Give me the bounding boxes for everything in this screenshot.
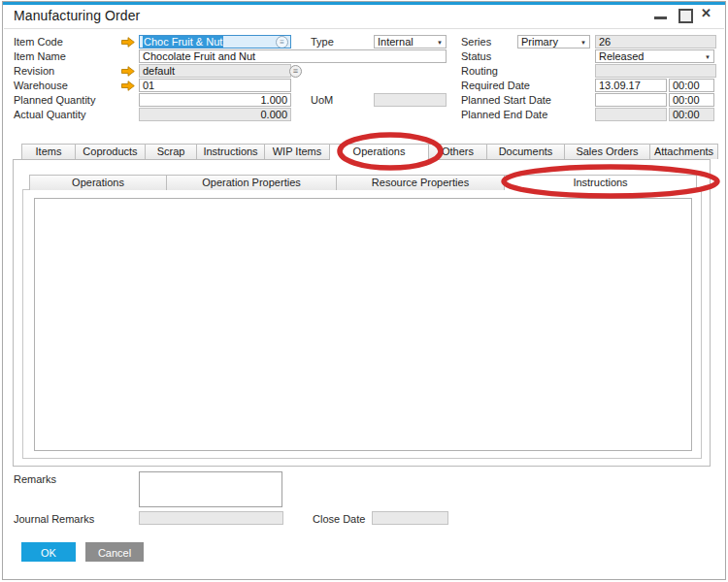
dropdown-caret-icon: ▼ bbox=[580, 37, 586, 48]
main-tab-bar: Items Coproducts Scrap Instructions WIP … bbox=[21, 144, 718, 160]
item-code-value: Choc Fruit & Nut bbox=[143, 36, 223, 48]
uom-label: UoM bbox=[311, 94, 333, 107]
required-date-label: Required Date bbox=[461, 80, 530, 92]
status-select[interactable]: Released ▼ bbox=[595, 49, 714, 63]
planned-start-date-label: Planned Start Date bbox=[461, 94, 551, 107]
dropdown-caret-icon: ▼ bbox=[437, 37, 443, 48]
warehouse-label: Warehouse bbox=[14, 80, 68, 92]
warehouse-link-arrow-icon[interactable] bbox=[121, 81, 135, 91]
revision-link-arrow-icon[interactable] bbox=[121, 66, 135, 77]
manufacturing-order-window: Manufacturing Order ✕ Item Code Item Nam… bbox=[0, 0, 728, 582]
remarks-textarea[interactable] bbox=[139, 471, 282, 507]
instructions-content-area[interactable] bbox=[34, 198, 692, 451]
tab-items[interactable]: Items bbox=[21, 144, 76, 159]
routing-field[interactable] bbox=[595, 64, 716, 78]
planned-quantity-field[interactable]: 1.000 bbox=[139, 93, 291, 107]
item-code-field[interactable]: Choc Fruit & Nut ≡ bbox=[139, 35, 291, 48]
close-button[interactable]: ✕ bbox=[701, 6, 711, 20]
journal-remarks-label: Journal Remarks bbox=[14, 513, 94, 526]
type-label: Type bbox=[311, 36, 334, 48]
revision-label: Revision bbox=[14, 65, 54, 78]
tab-attachments[interactable]: Attachments bbox=[650, 144, 718, 159]
subtab-operations[interactable]: Operations bbox=[29, 175, 167, 190]
actual-quantity-label: Actual Quantity bbox=[14, 109, 86, 121]
item-name-field[interactable]: Chocolate Fruit and Nut bbox=[139, 49, 447, 63]
warehouse-field[interactable]: 01 bbox=[139, 79, 291, 92]
titlebar-divider bbox=[4, 28, 724, 29]
planned-quantity-label: Planned Quantity bbox=[14, 94, 95, 107]
series-label: Series bbox=[461, 36, 491, 48]
cancel-button[interactable]: Cancel bbox=[85, 542, 144, 562]
dropdown-caret-icon: ▼ bbox=[705, 51, 711, 63]
subtab-operation-properties[interactable]: Operation Properties bbox=[167, 175, 337, 190]
tab-others[interactable]: Others bbox=[429, 144, 487, 159]
uom-field[interactable] bbox=[374, 93, 447, 107]
routing-label: Routing bbox=[461, 65, 498, 78]
type-select[interactable]: Internal ▼ bbox=[374, 35, 447, 48]
series-select[interactable]: Primary ▼ bbox=[517, 35, 590, 48]
choose-from-list-icon[interactable]: ≡ bbox=[276, 36, 288, 48]
item-code-link-arrow-icon[interactable] bbox=[121, 37, 135, 48]
planned-end-date-label: Planned End Date bbox=[461, 109, 547, 121]
item-name-label: Item Name bbox=[14, 50, 66, 63]
tab-scrap[interactable]: Scrap bbox=[146, 144, 197, 159]
tab-coproducts[interactable]: Coproducts bbox=[76, 144, 146, 159]
planned-start-time-field[interactable]: 00:00 bbox=[669, 93, 714, 107]
subtab-resource-properties[interactable]: Resource Properties bbox=[337, 175, 505, 190]
required-time-field[interactable]: 00:00 bbox=[669, 79, 714, 92]
item-code-label: Item Code bbox=[14, 36, 63, 48]
series-number-field[interactable]: 26 bbox=[595, 35, 716, 48]
revision-field[interactable]: default bbox=[139, 64, 291, 78]
tab-instructions[interactable]: Instructions bbox=[197, 144, 265, 159]
ok-button[interactable]: OK bbox=[21, 542, 76, 562]
close-date-field[interactable] bbox=[372, 511, 448, 525]
sub-tab-bar: Operations Operation Properties Resource… bbox=[29, 175, 697, 191]
subtab-instructions[interactable]: Instructions bbox=[505, 175, 697, 191]
type-value: Internal bbox=[378, 36, 414, 48]
status-value: Released bbox=[599, 50, 644, 62]
window-title: Manufacturing Order bbox=[14, 8, 140, 23]
close-date-label: Close Date bbox=[313, 513, 365, 526]
planned-end-date-field[interactable] bbox=[595, 108, 667, 121]
tab-operations[interactable]: Operations bbox=[330, 144, 429, 160]
series-value: Primary bbox=[521, 36, 558, 48]
tab-documents[interactable]: Documents bbox=[487, 144, 565, 159]
close-icon[interactable]: ✕ bbox=[701, 6, 711, 20]
tab-sales-orders[interactable]: Sales Orders bbox=[565, 144, 650, 159]
planned-end-time-field[interactable]: 00:00 bbox=[669, 108, 714, 121]
revision-choose-from-list-icon[interactable]: ≡ bbox=[289, 65, 302, 78]
required-date-field[interactable]: 13.09.17 bbox=[595, 79, 667, 92]
planned-start-date-field[interactable] bbox=[595, 93, 667, 107]
window-accent-bar bbox=[3, 2, 725, 5]
journal-remarks-field[interactable] bbox=[139, 511, 283, 525]
minimize-icon[interactable] bbox=[654, 16, 667, 19]
remarks-label: Remarks bbox=[14, 473, 56, 486]
status-label: Status bbox=[461, 50, 491, 63]
actual-quantity-field[interactable]: 0.000 bbox=[139, 108, 291, 121]
tab-wip-items[interactable]: WIP Items bbox=[265, 144, 330, 159]
maximize-icon[interactable] bbox=[678, 9, 693, 23]
